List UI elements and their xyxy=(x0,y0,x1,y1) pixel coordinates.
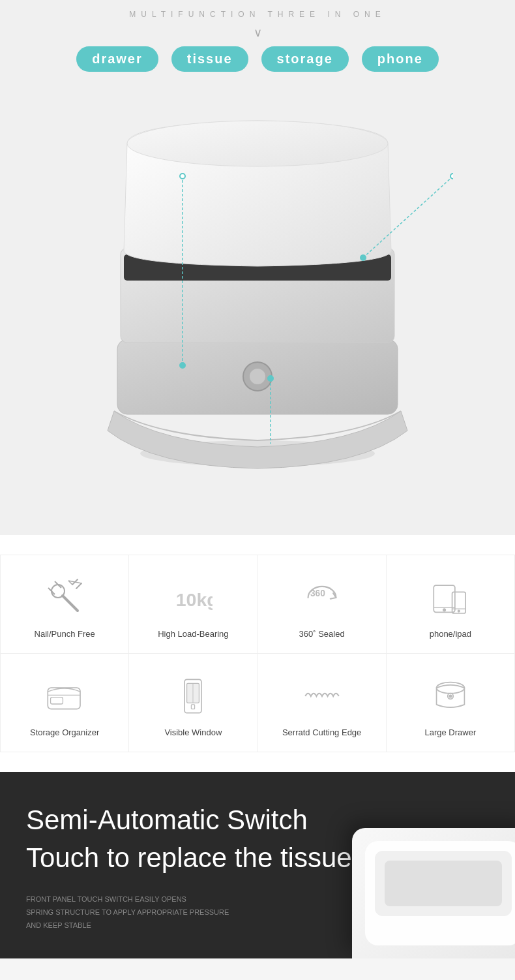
svg-text:360: 360 xyxy=(310,589,325,598)
svg-point-29 xyxy=(443,609,445,611)
svg-point-13 xyxy=(450,174,453,179)
feature-label-visible-window: Visible Window xyxy=(164,727,222,739)
product-box-svg xyxy=(352,828,515,958)
hero-section: MULTIFUNCTION THREE IN ONE ∨ drawer tiss… xyxy=(0,0,515,535)
svg-line-21 xyxy=(76,583,81,589)
svg-point-32 xyxy=(458,610,460,612)
feature-high-load-bearing: 10kg High Load-Bearing xyxy=(129,555,258,654)
svg-point-6 xyxy=(127,121,388,166)
feature-360-sealed: 360 ° 360˚ Sealed xyxy=(258,555,387,654)
tag-tissue: tissue xyxy=(171,46,248,72)
tag-phone: phone xyxy=(362,46,439,72)
svg-text:10kg: 10kg xyxy=(176,589,213,610)
svg-point-42 xyxy=(449,695,451,697)
feature-phone-ipad: phone/ipad xyxy=(387,555,515,654)
tag-drawer: drawer xyxy=(76,46,158,72)
svg-line-17 xyxy=(63,596,78,611)
tags-row: drawer tissue storage phone xyxy=(0,46,515,72)
cutting-edge-icon xyxy=(299,673,345,719)
features-section: Nail/Punch Free 10kg High Load-Bearing 3… xyxy=(0,535,515,772)
chevron-down-icon: ∨ xyxy=(254,25,262,40)
window-icon xyxy=(170,673,216,719)
svg-text:°: ° xyxy=(329,587,331,593)
svg-point-15 xyxy=(267,375,274,382)
feature-label-storage-organizer: Storage Organizer xyxy=(30,727,99,739)
dark-section: Semi-Automatic Switch Touch to replace t… xyxy=(0,772,515,958)
svg-point-9 xyxy=(179,362,186,369)
wrench-icon xyxy=(42,575,87,620)
feature-label-serratd-cutting-edge: Serratd Cutting Edge xyxy=(282,727,361,739)
svg-point-12 xyxy=(360,254,366,261)
svg-rect-45 xyxy=(385,861,502,906)
svg-point-40 xyxy=(436,682,464,694)
svg-rect-33 xyxy=(48,688,80,709)
feature-label-large-drawer: Large Drawer xyxy=(424,727,476,739)
svg-point-3 xyxy=(250,369,265,384)
drawer-icon xyxy=(428,673,473,719)
tag-storage: storage xyxy=(261,46,349,72)
360-icon: 360 ° xyxy=(299,575,345,620)
feature-label-360-sealed: 360˚ Sealed xyxy=(299,628,345,640)
feature-visible-window: Visible Window xyxy=(129,654,258,752)
svg-rect-39 xyxy=(192,705,195,709)
product-svg: ecoco xyxy=(62,91,453,483)
feature-label-phone-ipad: phone/ipad xyxy=(430,628,471,640)
feature-large-drawer: Large Drawer xyxy=(387,654,515,752)
phone-ipad-icon xyxy=(428,575,473,620)
weight-icon: 10kg xyxy=(170,575,216,620)
product-box-image xyxy=(352,828,515,958)
feature-storage-organizer: Storage Organizer xyxy=(1,654,129,752)
wallet-icon xyxy=(42,673,87,719)
feature-label-high-load-bearing: High Load-Bearing xyxy=(158,628,228,640)
features-grid: Nail/Punch Free 10kg High Load-Bearing 3… xyxy=(0,555,515,752)
feature-nail-punch-free: Nail/Punch Free xyxy=(1,555,129,654)
feature-serratd-cutting-edge: Serratd Cutting Edge xyxy=(258,654,387,752)
hero-subtitle: MULTIFUNCTION THREE IN ONE xyxy=(129,10,386,19)
svg-point-10 xyxy=(180,174,185,179)
feature-label-nail-punch-free: Nail/Punch Free xyxy=(35,628,95,640)
product-image: ecoco xyxy=(0,85,515,489)
svg-rect-35 xyxy=(51,697,63,704)
